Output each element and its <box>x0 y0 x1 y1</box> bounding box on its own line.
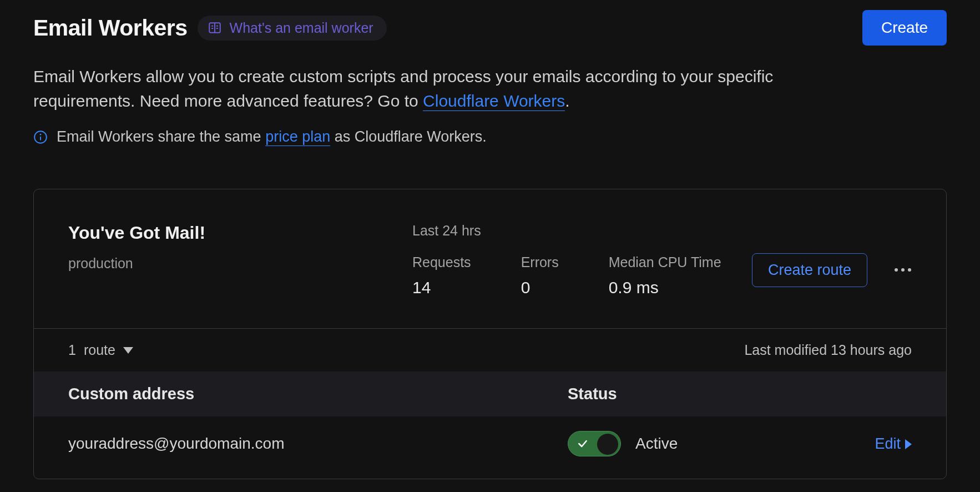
route-table-row: youraddress@yourdomain.com Active Edit <box>34 416 946 479</box>
check-icon <box>577 438 588 449</box>
svg-point-11 <box>908 268 911 272</box>
intro-before: Email Workers allow you to create custom… <box>33 67 773 110</box>
worker-name: You've Got Mail! <box>68 223 390 243</box>
route-table-header: Custom address Status <box>34 371 946 416</box>
cloudflare-workers-link[interactable]: Cloudflare Workers <box>423 92 565 111</box>
svg-point-10 <box>901 268 905 272</box>
svg-point-9 <box>895 268 898 272</box>
route-address: youraddress@yourdomain.com <box>68 435 568 453</box>
edit-route-link[interactable]: Edit <box>875 435 912 453</box>
price-note-before: Email Workers share the same <box>57 128 265 145</box>
toggle-knob <box>597 434 618 455</box>
route-label: route <box>84 342 115 358</box>
info-icon <box>33 130 48 144</box>
chevron-down-icon <box>123 347 133 354</box>
route-count: 1 <box>68 342 76 358</box>
create-button[interactable]: Create <box>862 10 947 46</box>
stat-cpu: Median CPU Time 0.9 ms <box>609 254 721 297</box>
route-summary-row: 1 route Last modified 13 hours ago <box>34 329 946 371</box>
status-toggle[interactable] <box>568 431 621 456</box>
col-status: Status <box>568 385 734 403</box>
price-plan-link[interactable]: price plan <box>265 128 330 146</box>
worker-card: You've Got Mail! production Last 24 hrs … <box>33 189 947 479</box>
page-title: Email Workers <box>33 15 188 41</box>
more-menu-icon[interactable] <box>894 268 912 272</box>
worker-card-top: You've Got Mail! production Last 24 hrs … <box>34 189 946 329</box>
stat-requests: Requests 14 <box>412 254 471 297</box>
whats-email-worker-pill[interactable]: What's an email worker <box>198 16 387 41</box>
stat-errors-label: Errors <box>521 254 559 270</box>
create-route-button[interactable]: Create route <box>752 253 867 287</box>
chevron-right-icon <box>905 439 912 449</box>
stat-requests-label: Requests <box>412 254 471 270</box>
worker-env: production <box>68 255 390 272</box>
status-label: Active <box>635 435 678 453</box>
stat-cpu-label: Median CPU Time <box>609 254 721 270</box>
stat-cpu-value: 0.9 ms <box>609 278 721 297</box>
price-note: Email Workers share the same price plan … <box>33 128 947 145</box>
route-expand-toggle[interactable]: 1 route <box>68 342 133 358</box>
intro-after: . <box>565 92 569 110</box>
stat-requests-value: 14 <box>412 278 471 297</box>
intro-text: Email Workers allow you to create custom… <box>33 64 821 113</box>
whats-email-worker-label: What's an email worker <box>230 20 373 36</box>
edit-label: Edit <box>875 435 901 453</box>
svg-point-8 <box>40 133 42 135</box>
book-icon <box>208 21 222 35</box>
page-header: Email Workers What's an email worker Cre… <box>33 10 947 46</box>
col-custom-address: Custom address <box>68 385 568 403</box>
svg-marker-12 <box>123 347 133 354</box>
stat-errors-value: 0 <box>521 278 559 297</box>
price-note-after: as Cloudflare Workers. <box>330 128 487 145</box>
timeframe-label: Last 24 hrs <box>412 223 730 239</box>
stat-errors: Errors 0 <box>521 254 559 297</box>
svg-marker-13 <box>905 439 912 449</box>
last-modified-text: Last modified 13 hours ago <box>744 342 912 358</box>
